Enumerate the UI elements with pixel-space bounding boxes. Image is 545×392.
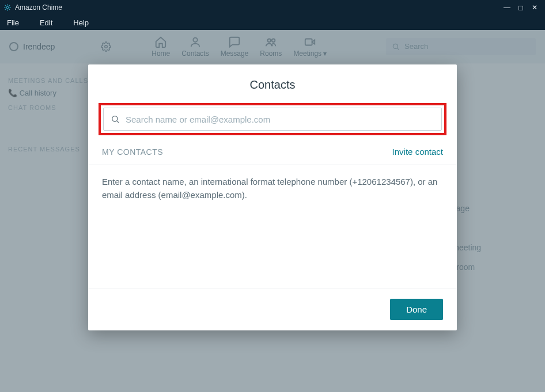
my-contacts-label: MY CONTACTS — [102, 147, 163, 157]
window-maximize-button[interactable]: ◻ — [514, 3, 528, 12]
window-minimize-button[interactable]: — — [500, 3, 514, 12]
my-contacts-row: MY CONTACTS Invite contact — [88, 143, 457, 165]
app-body: Irendeep Home Contacts Message Rooms Mee… — [0, 30, 545, 392]
search-icon — [111, 115, 120, 124]
dialog-footer: Done — [88, 288, 457, 330]
contacts-help-text: Enter a contact name, an international f… — [88, 165, 457, 288]
window-title: Amazon Chime — [15, 3, 62, 12]
menu-help[interactable]: Help — [71, 17, 91, 28]
svg-line-7 — [5, 9, 6, 10]
svg-line-6 — [9, 9, 10, 10]
done-button[interactable]: Done — [390, 299, 443, 320]
contact-search-box[interactable] — [103, 108, 442, 131]
menu-file[interactable]: File — [5, 17, 21, 28]
contact-search-input[interactable] — [126, 115, 434, 124]
contacts-dialog: Contacts MY CONTACTS Invite contact Ente… — [88, 64, 457, 330]
window-close-button[interactable]: ✕ — [528, 3, 542, 12]
search-highlight-frame — [99, 103, 446, 135]
svg-line-8 — [9, 5, 10, 6]
modal-overlay: Contacts MY CONTACTS Invite contact Ente… — [0, 30, 545, 392]
svg-line-17 — [117, 121, 119, 123]
svg-line-5 — [5, 5, 6, 6]
dialog-title: Contacts — [88, 64, 457, 103]
svg-point-16 — [112, 116, 118, 121]
svg-point-0 — [6, 6, 9, 9]
menu-edit[interactable]: Edit — [37, 17, 55, 28]
menubar: File Edit Help — [0, 15, 545, 30]
invite-contact-link[interactable]: Invite contact — [392, 147, 443, 157]
app-icon — [3, 3, 12, 12]
window-titlebar: Amazon Chime — ◻ ✕ — [0, 0, 545, 15]
